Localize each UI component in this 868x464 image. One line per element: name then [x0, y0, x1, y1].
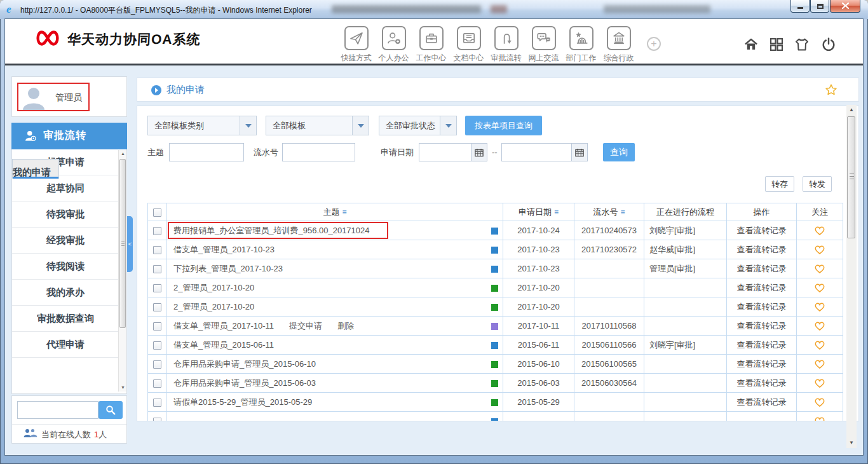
close-button[interactable] [830, 0, 860, 13]
view-record-link[interactable]: 查看流转记录 [737, 264, 787, 273]
nav-item-general-admin[interactable]: 综合行政 [600, 26, 637, 64]
row-checkbox[interactable] [153, 246, 161, 254]
sidebar-collapse-handle[interactable]: < [127, 216, 133, 272]
calendar-icon[interactable] [571, 143, 588, 161]
follow-heart-icon[interactable] [814, 321, 825, 333]
view-record-link[interactable]: 查看流转记录 [737, 378, 787, 388]
col-date[interactable]: 申请日期≡ [503, 203, 574, 221]
row-checkbox[interactable] [153, 265, 161, 273]
nav-item-shortcut[interactable]: 快捷方式 [338, 26, 374, 64]
row-action-link[interactable]: 删除 [337, 321, 354, 331]
sidebar-item-pending-my-reading[interactable]: 待我阅读 [12, 254, 126, 280]
query-button[interactable]: 查询 [603, 143, 635, 161]
sidebar-item-proxy-application[interactable]: 代理申请 [12, 332, 126, 358]
home-icon[interactable] [743, 37, 759, 52]
scroll-up-icon[interactable]: ▲ [119, 150, 127, 158]
user-search-input[interactable] [17, 401, 98, 419]
sidebar-item-my-applications[interactable]: 我的申请 [12, 159, 59, 179]
row-subject[interactable]: 借支单_管理员_2017-10-11 [173, 321, 274, 331]
row-checkbox[interactable] [153, 284, 161, 292]
power-icon[interactable] [821, 37, 836, 52]
view-record-link[interactable]: 查看流转记录 [737, 226, 787, 235]
view-record-link[interactable]: 查看流转记录 [737, 359, 787, 369]
follow-heart-icon[interactable] [814, 264, 825, 276]
scrollbar-thumb[interactable] [847, 116, 855, 238]
sidebar-item-draft-collaboration[interactable]: 起草协同 [12, 175, 126, 201]
more-apps-button[interactable]: + [647, 37, 661, 51]
sidebar-section-header[interactable]: 审批流转 [11, 123, 127, 149]
scrollbar-thumb[interactable] [119, 159, 126, 328]
row-subject[interactable]: 2_管理员_2017-10-20 [173, 302, 254, 311]
nav-item-personal-office[interactable]: 个人办公 [376, 26, 412, 64]
scroll-down-icon[interactable]: ▼ [846, 438, 857, 448]
title-bar[interactable]: e http://127.0.0.1/ - OA8000平台版_FPLMYSQL… [0, 0, 868, 19]
apps-grid-icon[interactable] [769, 37, 784, 52]
follow-heart-icon[interactable] [814, 340, 825, 352]
row-checkbox[interactable] [153, 341, 161, 350]
view-record-link[interactable]: 查看流转记录 [737, 397, 787, 407]
select-all-checkbox[interactable] [153, 208, 161, 217]
follow-heart-icon[interactable] [814, 245, 825, 257]
follow-heart-icon[interactable] [814, 226, 825, 238]
row-subject[interactable]: 仓库用品采购申请_管理员_2015-06-03 [173, 378, 316, 388]
nav-item-online-chat[interactable]: 网上交流 [526, 26, 562, 64]
favorite-star-icon[interactable] [825, 83, 837, 99]
chevron-down-icon[interactable] [240, 116, 256, 135]
follow-heart-icon[interactable] [814, 359, 825, 371]
approval-status-select[interactable]: 全部审批状态 [379, 116, 457, 135]
follow-heart-icon[interactable] [814, 397, 825, 409]
follow-heart-icon[interactable] [814, 283, 825, 295]
sidebar-item-my-undertaking[interactable]: 我的承办 [12, 280, 126, 306]
sort-icon[interactable]: ≡ [342, 208, 346, 217]
row-checkbox[interactable] [153, 322, 161, 331]
page-scrollbar[interactable]: ▲ ▼ [846, 105, 857, 448]
row-checkbox[interactable] [153, 360, 161, 369]
row-action-link[interactable]: 提交申请 [289, 321, 322, 331]
sidebar-item-approval-data-query[interactable]: 审批数据查询 [12, 306, 126, 332]
row-checkbox[interactable] [153, 379, 161, 388]
chevron-down-icon[interactable] [352, 116, 369, 135]
date-to-input[interactable] [501, 143, 571, 161]
row-checkbox[interactable] [153, 303, 161, 311]
view-record-link[interactable]: 查看流转记录 [737, 340, 787, 350]
view-record-link[interactable]: 查看流转记录 [737, 302, 787, 311]
nav-item-document-center[interactable]: 文档中心 [451, 26, 487, 64]
view-record-link[interactable]: 查看流转记录 [737, 245, 787, 254]
scroll-up-icon[interactable]: ▲ [846, 105, 857, 115]
follow-heart-icon[interactable] [814, 302, 825, 314]
col-serial[interactable]: 流水号≡ [574, 203, 644, 221]
sort-icon[interactable]: ≡ [554, 208, 559, 217]
row-subject[interactable]: 借支单_管理员_2015-06-11 [173, 340, 274, 350]
row-subject[interactable]: 下拉列表_管理员_2017-10-23 [173, 264, 283, 273]
row-checkbox[interactable] [153, 418, 161, 421]
template-select[interactable]: 全部模板 [266, 116, 369, 135]
minimize-button[interactable] [790, 0, 810, 13]
row-checkbox[interactable] [153, 227, 161, 235]
row-subject[interactable]: 请假单2015-5-29_管理员_2015-05-29 [173, 397, 312, 407]
maximize-button[interactable] [810, 0, 829, 13]
chevron-down-icon[interactable] [440, 116, 456, 135]
col-subject[interactable]: 主题≡ [167, 203, 503, 221]
serial-input[interactable] [282, 143, 355, 161]
date-from-input[interactable] [419, 143, 471, 161]
row-subject[interactable]: 借支单_管理员_2017-10-23 [173, 245, 275, 254]
row-subject[interactable]: 仓库用品采购申请_管理员_2015-06-10 [173, 359, 316, 369]
user-search-button[interactable] [98, 401, 123, 419]
follow-heart-icon[interactable] [814, 378, 825, 390]
sidebar-item-approved-by-me[interactable]: 经我审批 [12, 228, 126, 254]
sidebar-item-pending-my-approval[interactable]: 待我审批 [12, 201, 126, 228]
nav-item-department-work[interactable]: 部门工作 [563, 26, 599, 64]
view-record-link[interactable]: 查看流转记录 [737, 283, 787, 292]
row-checkbox[interactable] [153, 399, 161, 407]
form-item-query-button[interactable]: 按表单项目查询 [465, 116, 542, 135]
sidebar-scrollbar[interactable]: ▲ ▼ [118, 150, 126, 392]
forward-button[interactable]: 转发 [803, 176, 832, 192]
theme-shirt-icon[interactable] [794, 37, 810, 52]
calendar-icon[interactable] [471, 143, 487, 161]
save-as-button[interactable]: 转存 [765, 176, 794, 192]
subject-input[interactable] [169, 143, 244, 161]
row-subject[interactable]: 2_管理员_2017-10-20 [173, 283, 254, 292]
sort-icon[interactable]: ≡ [620, 208, 625, 217]
nav-item-approval-flow[interactable]: 审批流转 [488, 26, 524, 64]
template-category-select[interactable]: 全部模板类别 [147, 116, 257, 135]
